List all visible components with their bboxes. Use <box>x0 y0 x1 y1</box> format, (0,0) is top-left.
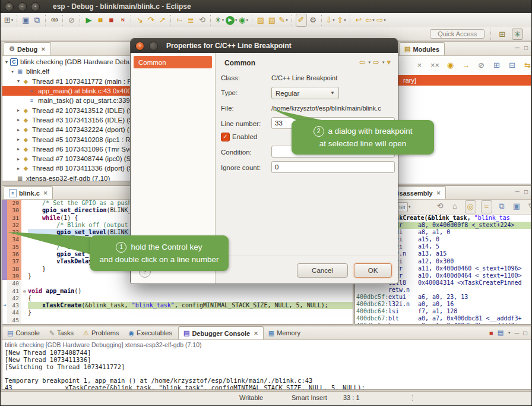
disconnect-icon[interactable]: N <box>118 14 128 26</box>
chevron-down-icon[interactable]: ▾ <box>11 14 14 26</box>
remove-all-icon[interactable]: ×× <box>430 59 440 71</box>
editor-line[interactable]: 44} <box>2 309 353 316</box>
home-icon[interactable]: ⌂ <box>450 200 460 212</box>
line-number[interactable]: 39 <box>7 273 21 280</box>
line-number[interactable]: 31 <box>7 215 21 222</box>
show-threads-icon[interactable]: ≣ <box>186 14 196 26</box>
tab-modules[interactable]: ▤ Modules <box>399 42 445 55</box>
status-handle[interactable]: ⋮ <box>409 394 416 402</box>
line-number[interactable]: 42 <box>7 295 21 302</box>
chevron-down-icon[interactable]: ▾ <box>222 14 224 26</box>
goto-file-icon[interactable]: → <box>461 59 471 71</box>
debug-tree-row[interactable]: ▸◈Thread #6 1073431096 (Tmr Svc) (S <box>2 144 130 154</box>
tree-expander-icon[interactable]: ▸ <box>15 146 21 152</box>
expand-all-icon[interactable]: ⊞ <box>492 59 502 71</box>
menu-icon[interactable]: ▾ <box>387 58 391 67</box>
instruction-stepping-icon[interactable]: i→ <box>175 14 185 26</box>
debug-tree-row[interactable]: ▸◈Thread #5 1073410208 (ipc1 : Runni <box>2 134 130 144</box>
display-selected-console-icon[interactable]: ▤ <box>498 329 504 336</box>
chevron-down-icon[interactable]: ▾ <box>382 60 385 65</box>
tree-expander-icon[interactable]: ▸ <box>15 156 21 162</box>
line-number[interactable]: 43 <box>7 302 21 309</box>
close-icon[interactable]: ✕ <box>43 190 48 196</box>
line-number[interactable]: 29 <box>7 200 21 207</box>
close-icon[interactable]: ✕ <box>41 46 46 52</box>
debug-tree-row[interactable]: ▸◈Thread #8 1073411336 (dport) (Sus <box>2 163 130 173</box>
console-tab-executables[interactable]: ◉Executables <box>124 326 177 339</box>
type-dropdown[interactable]: Regular ▼ <box>271 87 339 99</box>
cancel-button[interactable]: Cancel <box>297 263 348 278</box>
line-number[interactable]: 45 <box>7 317 21 324</box>
link-with-debug-icon[interactable]: ⇆ <box>522 59 531 71</box>
step-over-icon[interactable]: ↷ <box>146 14 156 26</box>
last-edit-location-icon[interactable]: ↩ <box>354 14 364 26</box>
profile-icon[interactable]: ◉▾ <box>239 14 249 26</box>
minimize-panel-icon[interactable]: ─ <box>515 188 520 195</box>
debug-tree-row[interactable]: ▸◈Thread #2 1073413512 (IDLE) (Susp <box>2 105 130 115</box>
sync-active-context-icon[interactable]: ◎ <box>465 200 476 213</box>
pencil-icon[interactable]: ✎▾ <box>278 14 289 26</box>
console-tab-debugger-console[interactable]: ▤Debugger Console✕ <box>178 326 264 339</box>
debug-tree-row[interactable]: ▸◈Thread #7 1073408744 (ipc0) (Susp <box>2 154 130 163</box>
tree-expander-icon[interactable]: ▸ <box>15 166 21 171</box>
dialog-close-icon[interactable]: × <box>135 42 144 51</box>
editor-line[interactable]: 41⊖void app_main() <box>2 288 353 295</box>
back-icon[interactable]: ⇦▾ <box>365 14 375 26</box>
maximize-window-icon[interactable]: + <box>31 2 40 11</box>
debug-tree-row[interactable]: ▸◈Thread #3 1073413156 (IDLE) (Susp <box>2 115 130 125</box>
fetch-up-icon[interactable]: ⇧▾ <box>337 14 347 26</box>
line-number[interactable]: 44 <box>7 309 21 316</box>
maximize-panel-icon[interactable]: □ <box>524 45 528 51</box>
ok-button[interactable]: OK <box>354 263 392 278</box>
restart-icon[interactable]: ⟲ <box>197 14 207 26</box>
terminate-console-icon[interactable]: ■ <box>489 329 493 336</box>
editor-line[interactable]: 45 <box>2 317 353 324</box>
chevron-down-icon[interactable]: ▾ <box>235 14 238 26</box>
line-number[interactable]: 41 <box>7 288 21 295</box>
minimize-panel-icon[interactable]: ─ <box>515 329 520 336</box>
debug-tree-row[interactable]: ▥xtensa-esp32-elf-gdb (7.10) <box>2 174 130 181</box>
modules-selected-row[interactable]: rary] <box>381 75 531 86</box>
open-perspective-icon[interactable]: ⊞ <box>497 29 507 39</box>
debug-tree-row[interactable]: ≡main_task() at cpu_start.c:339 0x4 <box>2 96 130 105</box>
ignore-count-input[interactable] <box>271 161 395 173</box>
view-menu-icon[interactable]: ▽ <box>527 200 531 212</box>
chevron-down-icon[interactable]: ▾ <box>372 14 375 26</box>
gears-icon[interactable]: ⚙ <box>308 14 318 26</box>
resume-icon[interactable]: ▶ <box>84 14 94 26</box>
editor-line[interactable]: ➜43 xTaskCreate(&blink_task, "blink_task… <box>2 302 353 309</box>
show-source-icon[interactable]: ≈ <box>481 200 492 213</box>
tree-expander-icon[interactable]: ▾ <box>10 69 15 74</box>
debug-tree-row[interactable]: ▾Cblink checking [GDB Hardware Debug <box>2 57 130 67</box>
chevron-down-icon[interactable]: ▾ <box>246 14 248 26</box>
line-number[interactable]: 40 <box>7 280 21 287</box>
console-tab-problems[interactable]: ⚠Problems <box>78 326 124 339</box>
quick-access-input[interactable]: Quick Access <box>430 29 484 39</box>
debug-perspective-icon[interactable]: ✳ <box>512 29 523 40</box>
editor-line[interactable]: 42{ <box>2 295 353 302</box>
tree-expander-icon[interactable]: ▾ <box>15 78 21 84</box>
show-supported-icon[interactable]: ◉ <box>445 59 455 71</box>
collapse-all-icon[interactable]: ⊟ <box>507 59 517 71</box>
skip-all-breakpoints-icon[interactable]: ⊘ <box>66 14 77 26</box>
close-icon[interactable]: ✕ <box>254 331 258 336</box>
tab-debug[interactable]: ⚙ Debug ✕ <box>4 42 51 55</box>
chevron-down-icon[interactable]: ▾ <box>508 331 511 335</box>
enabled-checkbox[interactable]: ✓ <box>221 133 230 141</box>
debug-icon[interactable]: ✳▾ <box>214 14 224 26</box>
chevron-down-icon[interactable]: ▾ <box>332 14 335 26</box>
minimize-window-icon[interactable]: − <box>18 2 27 11</box>
debug-tree-row[interactable]: ▾◈Thread #1 1073411772 (main : Runn <box>2 77 130 86</box>
fetch-down-icon[interactable]: ⇩▾ <box>325 14 335 26</box>
chevron-down-icon[interactable]: ▾ <box>369 60 371 65</box>
refresh-icon[interactable]: ⟲ <box>435 200 445 212</box>
debug-tree-row[interactable]: ≡app_main() at blink.c:43 0x400db <box>2 86 130 96</box>
line-number[interactable]: 30 <box>7 207 21 214</box>
tree-expander-icon[interactable]: ▸ <box>15 137 21 142</box>
tab-blink-c[interactable]: c blink.c ✕ <box>4 186 53 199</box>
binary-icon[interactable]: 010 <box>49 14 59 26</box>
run-icon[interactable]: ▶▾ <box>226 14 238 26</box>
chevron-down-icon[interactable]: ▾ <box>344 14 346 26</box>
suspend-icon[interactable]: ▮▮ <box>95 14 105 26</box>
line-number[interactable]: 37 <box>7 258 21 265</box>
